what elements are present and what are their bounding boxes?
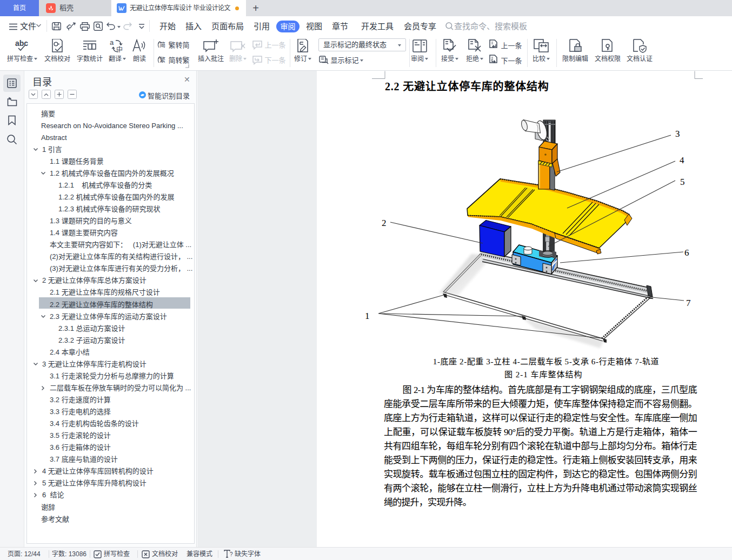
svg-text:4: 4 xyxy=(680,155,684,165)
svg-text:5: 5 xyxy=(680,177,685,187)
svg-text:abc: abc xyxy=(15,39,28,48)
svg-text:7: 7 xyxy=(686,298,691,308)
svg-text:2: 2 xyxy=(382,218,387,228)
svg-text:3: 3 xyxy=(675,129,680,139)
svg-text:6: 6 xyxy=(684,248,689,258)
svg-text:a: a xyxy=(110,39,114,46)
svg-text:1: 1 xyxy=(365,311,370,321)
svg-text:?: ? xyxy=(230,551,233,557)
svg-text:中: 中 xyxy=(116,45,123,53)
